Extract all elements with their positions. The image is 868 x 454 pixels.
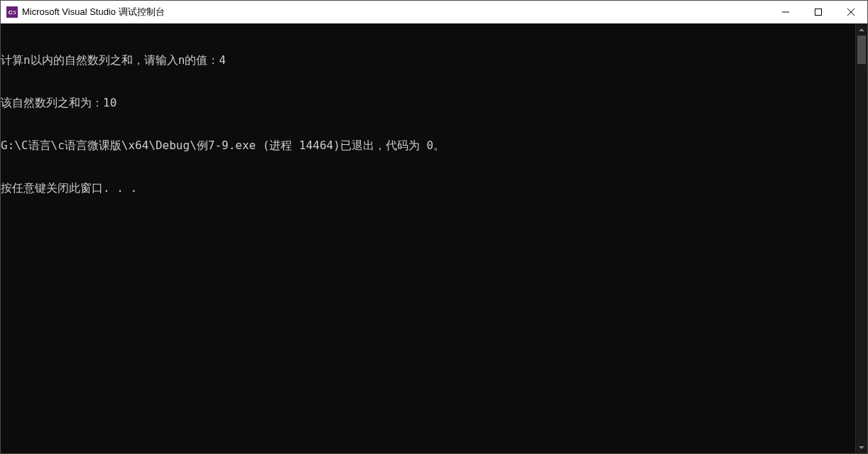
window-root: C:\ Microsoft Visual Studio 调试控制台 <box>1 1 867 453</box>
scroll-track[interactable] <box>856 36 867 441</box>
console-line: 按任意键关闭此窗口. . . <box>1 181 855 195</box>
window-title: Microsoft Visual Studio 调试控制台 <box>22 6 769 18</box>
titlebar[interactable]: C:\ Microsoft Visual Studio 调试控制台 <box>1 1 867 23</box>
scroll-thumb[interactable] <box>857 36 866 64</box>
close-button[interactable] <box>835 1 867 23</box>
vertical-scrollbar[interactable] <box>855 23 867 453</box>
console-line: G:\C语言\c语言微课版\x64\Debug\例7-9.exe (进程 144… <box>1 139 855 153</box>
minimize-icon <box>782 9 789 16</box>
svg-marker-5 <box>859 446 864 449</box>
close-icon <box>847 9 855 16</box>
console-line: 计算n以内的自然数列之和，请输入n的值：4 <box>1 53 855 67</box>
app-icon: C:\ <box>6 6 18 18</box>
svg-marker-4 <box>859 28 864 31</box>
chevron-up-icon <box>859 28 864 31</box>
maximize-icon <box>815 9 822 16</box>
console-line: 该自然数列之和为：10 <box>1 96 855 110</box>
console-wrap: 计算n以内的自然数列之和，请输入n的值：4 该自然数列之和为：10 G:\C语言… <box>1 23 867 453</box>
chevron-down-icon <box>859 446 864 449</box>
scroll-up-button[interactable] <box>856 23 867 36</box>
console-output[interactable]: 计算n以内的自然数列之和，请输入n的值：4 该自然数列之和为：10 G:\C语言… <box>1 23 855 453</box>
scroll-down-button[interactable] <box>856 441 867 453</box>
maximize-button[interactable] <box>802 1 835 23</box>
minimize-button[interactable] <box>769 1 802 23</box>
svg-rect-1 <box>815 9 822 16</box>
window-controls <box>769 1 867 23</box>
